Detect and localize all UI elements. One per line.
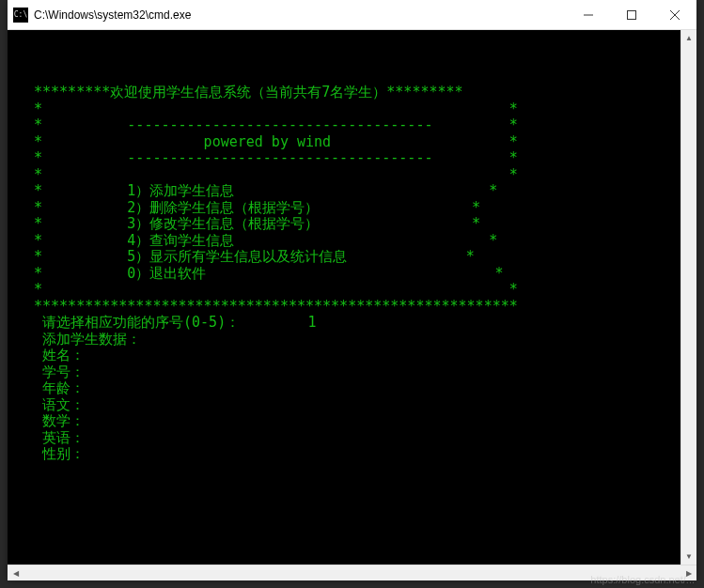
window-title: C:\Windows\system32\cmd.exe	[34, 8, 567, 22]
menu-item: * 3）修改学生信息（根据学号） *	[34, 215, 480, 232]
menu-item: * 2）删除学生信息（根据学号） *	[34, 199, 480, 216]
menu-item: * 5）显示所有学生信息以及统计信息 *	[34, 248, 475, 265]
cmd-window: C:\ C:\Windows\system32\cmd.exe ********…	[8, 0, 696, 580]
border-line: * *	[34, 281, 518, 298]
cmd-icon: C:\	[13, 8, 28, 23]
prompt-line: 请选择相应功能的序号(0-5)： 1	[34, 314, 316, 331]
field-line: 语文：	[34, 396, 85, 413]
divider-line: * ------------------------------------ *	[34, 149, 518, 166]
field-line: 数学：	[34, 412, 85, 429]
menu-item: * 0）退出软件 *	[34, 265, 503, 282]
svg-rect-1	[628, 10, 636, 19]
menu-item: * 1）添加学生信息 *	[34, 182, 497, 199]
field-line: 年龄：	[34, 379, 85, 396]
watermark: https://blog.csdn.net/...	[590, 574, 695, 585]
border-line: * *	[34, 101, 518, 117]
field-line: 性别：	[34, 445, 85, 462]
add-header: 添加学生数据：	[34, 331, 141, 348]
scroll-left-icon[interactable]: ◀	[8, 565, 23, 580]
maximize-button[interactable]	[610, 0, 653, 29]
banner-bottom: ****************************************…	[34, 298, 518, 315]
divider-line: * ------------------------------------ *	[34, 116, 518, 133]
scroll-down-icon[interactable]: ▼	[681, 549, 696, 565]
titlebar[interactable]: C:\ C:\Windows\system32\cmd.exe	[8, 0, 696, 30]
close-button[interactable]	[653, 0, 696, 29]
console-output[interactable]: *********欢迎使用学生信息系统（当前共有7名学生）********* *…	[8, 30, 681, 565]
window-controls	[567, 0, 696, 29]
field-line: 英语：	[34, 429, 85, 446]
border-line: * *	[34, 166, 518, 183]
console-area: *********欢迎使用学生信息系统（当前共有7名学生）********* *…	[8, 30, 696, 580]
field-line: 姓名：	[34, 347, 85, 364]
vertical-scrollbar[interactable]: ▲ ▼	[681, 30, 696, 565]
powered-line: * powered by wind *	[34, 133, 518, 150]
banner-top: *********欢迎使用学生信息系统（当前共有7名学生）*********	[34, 84, 463, 101]
minimize-button[interactable]	[567, 0, 610, 29]
scroll-up-icon[interactable]: ▲	[681, 30, 696, 46]
menu-item: * 4）查询学生信息 *	[34, 232, 497, 249]
field-line: 学号：	[34, 364, 85, 380]
